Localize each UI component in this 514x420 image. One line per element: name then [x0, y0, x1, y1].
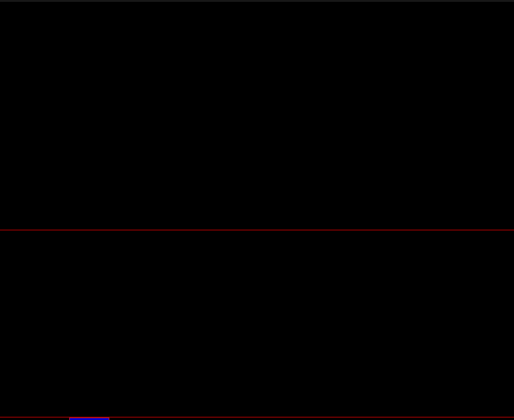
candlestick-chart[interactable] [0, 0, 514, 230]
pane-separator [0, 230, 514, 231]
date-label[interactable] [69, 418, 109, 420]
top-scrollbar[interactable] [0, 0, 514, 2]
signal-grid-chart[interactable] [0, 230, 514, 417]
stock-chart-window [0, 0, 514, 420]
